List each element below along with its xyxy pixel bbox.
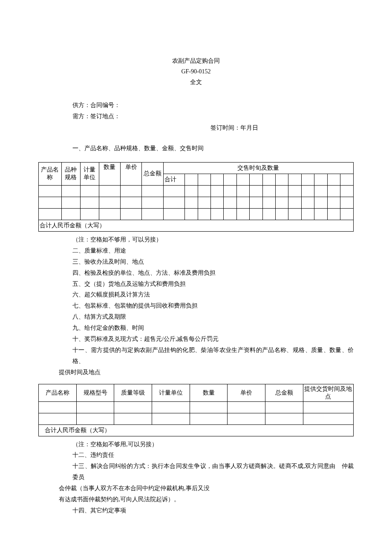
title-line1: 农副产品定购合同 [38, 55, 354, 66]
table1-subcol [301, 174, 314, 185]
section-4: 四、检验及检疫的单位、地点、方法、标准及费用负担 [38, 267, 354, 279]
table2-col-price: 单价 [228, 384, 265, 401]
section-10: 十、奖罚标准及兑现方式：超售元/公斤,减售每公斤罚元 [38, 334, 354, 345]
table1-data-row [39, 197, 354, 208]
title-line3: 全文 [38, 77, 354, 87]
sign-time-line: 签订时间：年月日 [38, 122, 354, 134]
table1-footer: 合计人民币金额（大写） [39, 220, 354, 231]
table1-col-price: 单价 [121, 162, 142, 185]
table1-subcol [288, 174, 301, 185]
table1-data-row [39, 185, 354, 197]
section-8: 八、结算方式及期限 [38, 311, 354, 323]
table1-subcol [276, 174, 288, 185]
table1-subcol [236, 174, 249, 185]
table1-subcol [224, 174, 236, 185]
supplier-line: 供方：合同编号： [38, 100, 354, 111]
table1-subcol [340, 174, 354, 185]
table2-col-spec: 规格型号 [76, 384, 114, 401]
table2-data-row [39, 413, 354, 424]
section-14: 十四、其它约定事项 [38, 505, 354, 516]
table1-data-row [39, 208, 354, 220]
section-13c: 有达成书面仲裁契约的,可向人民法院起诉）。 [38, 494, 354, 505]
section-13b: 会仲裁（当事人双方不在本合同中约定仲裁机构,事后又没 [38, 483, 354, 494]
table1-subcol [198, 174, 210, 185]
demander-line: 需方：签订地点： [38, 111, 354, 122]
table2-footer-row: 合计人民币金额（大写） [39, 424, 354, 436]
section-12: 十二、违约责任 [38, 450, 354, 461]
table1-subcol [185, 174, 198, 185]
table2-col-unit: 计量单位 [152, 384, 190, 401]
table2-col-qty: 数量 [190, 384, 228, 401]
table2-footer: 合计人民币金额（大写） [39, 424, 354, 436]
section-9: 九、给付定金的数额、时间 [38, 323, 354, 334]
products-table-2: 产品名称 规格型号 质量等级 计量单位 数量 单价 总金额 提供交货时间及地点 … [38, 384, 354, 436]
section-7: 七、包装标准、包装物的提供与回收和费用负担 [38, 300, 354, 311]
note-2: （注：空格如不够用,可以另接） [38, 439, 354, 450]
title-block: 农副产品定购合同 GF-90-0152 全文 [38, 55, 354, 88]
table2-col-total: 总金额 [265, 384, 303, 401]
table2-col-delivery: 提供交货时间及地点 [303, 384, 353, 401]
table1-col-spec: 品种规格 [61, 162, 80, 185]
section-1-heading: 一、产品名称、品种规格、数量、金额、交售时间 [38, 143, 354, 154]
table1-col-delivery: 交售时旬及数量 [163, 162, 353, 174]
table2-data-row [39, 401, 354, 413]
products-table-1: 产品名称 品种规格 计量单位 数量 单价 总金额 交售时旬及数量 合计 [38, 162, 354, 232]
table1-subcol [314, 174, 327, 185]
table1-header-row1: 产品名称 品种规格 计量单位 数量 单价 总金额 交售时旬及数量 [39, 162, 354, 174]
table1-subcol [250, 174, 262, 185]
table1-col-unit: 计量单位 [80, 162, 99, 185]
section-11b: 提供时间及地点 [38, 367, 354, 378]
table1-col-subtotal: 合计 [163, 174, 184, 185]
table1-col-total: 总金额 [142, 162, 163, 185]
table1-footer-row: 合计人民币金额（大写） [39, 220, 354, 231]
table1-col-product: 产品名称 [39, 162, 62, 185]
table2-col-product: 产品名称 [39, 384, 77, 401]
section-11a: 十一、需方提供的与定购农副产品挂钩的化肥、柴油等农业生产资料的产品名称、规格、质… [38, 345, 354, 367]
section-2: 二、质量标准、用途 [38, 245, 354, 256]
section-3: 三、验收办法及时间、地点 [38, 256, 354, 267]
section-6: 六、超欠幅度损耗及计算方法 [38, 289, 354, 300]
title-line2: GF-90-0152 [38, 66, 354, 77]
section-13a: 十三、解决合同纠纷的方式：执行本合同发生争议，由当事人双方磋商解决。磋商不成,双… [38, 461, 354, 483]
table1-subcol [210, 174, 223, 185]
table1-subcol [262, 174, 275, 185]
note-1: （注：空格如不够用，可以另接） [38, 234, 354, 245]
table1-col-qty: 数量 [99, 162, 120, 185]
table1-subcol [327, 174, 340, 185]
table2-header-row: 产品名称 规格型号 质量等级 计量单位 数量 单价 总金额 提供交货时间及地点 [39, 384, 354, 401]
table2-col-quality: 质量等级 [114, 384, 152, 401]
section-5: 五、交（提）货地点及运输方式和费用负担 [38, 279, 354, 290]
